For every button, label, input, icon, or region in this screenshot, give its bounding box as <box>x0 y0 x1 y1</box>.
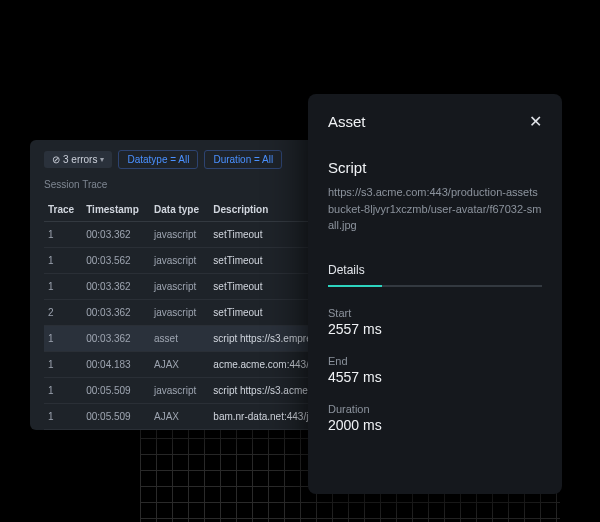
start-label: Start <box>328 307 542 319</box>
asset-url: https://s3.acme.com:443/production-asset… <box>328 184 542 234</box>
asset-detail-panel: Asset ✕ Script https://s3.acme.com:443/p… <box>308 94 562 494</box>
cell-datatype: AJAX <box>150 404 209 430</box>
metric-duration: Duration 2000 ms <box>328 403 542 433</box>
cell-timestamp: 00:03.362 <box>82 326 150 352</box>
cell-timestamp: 00:04.183 <box>82 352 150 378</box>
col-timestamp[interactable]: Timestamp <box>82 198 150 222</box>
end-value: 4557 ms <box>328 369 542 385</box>
cell-datatype: javascript <box>150 300 209 326</box>
chevron-down-icon: ▾ <box>100 155 104 164</box>
close-icon[interactable]: ✕ <box>529 112 542 131</box>
datatype-filter-label: Datatype = All <box>127 154 189 165</box>
cell-timestamp: 00:03.362 <box>82 300 150 326</box>
metric-end: End 4557 ms <box>328 355 542 385</box>
cell-trace: 1 <box>44 326 82 352</box>
cell-datatype: javascript <box>150 274 209 300</box>
duration-filter[interactable]: Duration = All <box>204 150 282 169</box>
cell-timestamp: 00:03.362 <box>82 222 150 248</box>
cell-trace: 1 <box>44 274 82 300</box>
cell-trace: 1 <box>44 378 82 404</box>
col-trace[interactable]: Trace <box>44 198 82 222</box>
tab-underline <box>328 285 542 287</box>
cell-timestamp: 00:03.562 <box>82 248 150 274</box>
duration-filter-label: Duration = All <box>213 154 273 165</box>
end-label: End <box>328 355 542 367</box>
errors-filter-label: 3 errors <box>63 154 97 165</box>
duration-label: Duration <box>328 403 542 415</box>
tab-details[interactable]: Details <box>328 263 365 283</box>
cell-timestamp: 00:03.362 <box>82 274 150 300</box>
cell-timestamp: 00:05.509 <box>82 404 150 430</box>
start-value: 2557 ms <box>328 321 542 337</box>
duration-value: 2000 ms <box>328 417 542 433</box>
cell-trace: 1 <box>44 404 82 430</box>
cell-datatype: javascript <box>150 222 209 248</box>
asset-type: Script <box>328 159 542 176</box>
cell-datatype: AJAX <box>150 352 209 378</box>
panel-title: Asset <box>328 113 366 130</box>
cell-trace: 1 <box>44 248 82 274</box>
cell-timestamp: 00:05.509 <box>82 378 150 404</box>
cell-datatype: asset <box>150 326 209 352</box>
cell-datatype: javascript <box>150 378 209 404</box>
metric-start: Start 2557 ms <box>328 307 542 337</box>
cell-datatype: javascript <box>150 248 209 274</box>
errors-filter[interactable]: ⊘ 3 errors ▾ <box>44 151 112 168</box>
cell-trace: 1 <box>44 352 82 378</box>
cell-trace: 2 <box>44 300 82 326</box>
error-icon: ⊘ <box>52 154 60 165</box>
cell-trace: 1 <box>44 222 82 248</box>
datatype-filter[interactable]: Datatype = All <box>118 150 198 169</box>
col-datatype[interactable]: Data type <box>150 198 209 222</box>
detail-tabs: Details <box>328 260 542 287</box>
detail-header: Asset ✕ <box>328 112 542 131</box>
